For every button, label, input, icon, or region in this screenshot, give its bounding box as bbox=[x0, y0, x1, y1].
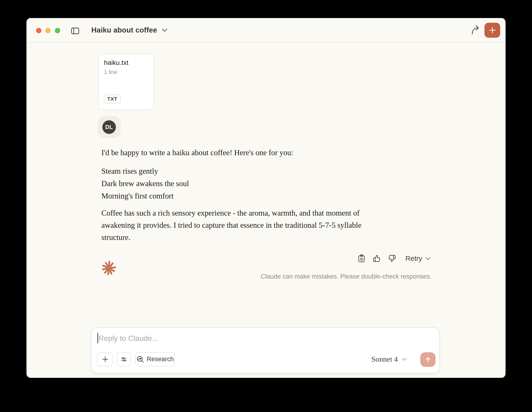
retry-label: Retry bbox=[405, 254, 422, 262]
message-actions: Retry bbox=[358, 253, 431, 264]
copy-icon[interactable] bbox=[358, 255, 365, 262]
attach-button[interactable] bbox=[97, 352, 113, 366]
minimize-window-button[interactable] bbox=[45, 28, 51, 33]
attachment-meta: 1 line bbox=[104, 69, 117, 75]
haiku-block: Steam rises gently Dark brew awakens the… bbox=[101, 165, 406, 202]
screen: Haiku about coffee bbox=[0, 0, 532, 412]
attachment-filename: haiku.txt bbox=[104, 59, 128, 66]
app-window: Haiku about coffee bbox=[27, 18, 505, 378]
outro-line: Coffee has such a rich sensory experienc… bbox=[101, 207, 406, 219]
haiku-line: Dark brew awakens the soul bbox=[101, 178, 406, 190]
zoom-window-button[interactable] bbox=[55, 28, 60, 33]
sidebar-toggle-icon[interactable] bbox=[71, 28, 79, 34]
chevron-down-icon bbox=[426, 257, 431, 260]
disclaimer-text: Claude can make mistakes. Please double-… bbox=[261, 273, 432, 280]
haiku-line: Morning's first comfort bbox=[101, 190, 406, 202]
claude-logo-icon bbox=[102, 261, 117, 276]
titlebar: Haiku about coffee bbox=[27, 18, 505, 43]
new-chat-button[interactable] bbox=[484, 23, 500, 38]
model-name: Sonnet 4 bbox=[371, 355, 398, 364]
sliders-icon bbox=[120, 356, 127, 363]
text-caret bbox=[97, 333, 98, 343]
send-button[interactable] bbox=[420, 352, 436, 367]
plus-icon bbox=[102, 356, 109, 363]
close-window-button[interactable] bbox=[36, 28, 41, 33]
chevron-down-icon bbox=[162, 28, 167, 32]
retry-button[interactable]: Retry bbox=[405, 254, 431, 262]
chevron-down-icon bbox=[402, 358, 407, 361]
research-label: Research bbox=[147, 356, 174, 363]
haiku-line: Steam rises gently bbox=[101, 165, 406, 178]
user-message-tile: DL bbox=[98, 116, 121, 138]
share-icon[interactable] bbox=[470, 25, 481, 35]
avatar: DL bbox=[102, 120, 116, 134]
composer: Reply to Claude... bbox=[91, 327, 440, 373]
message-outro: Coffee has such a rich sensory experienc… bbox=[101, 207, 406, 243]
thumbs-up-icon[interactable] bbox=[373, 255, 380, 262]
conversation-title: Haiku about coffee bbox=[91, 26, 157, 34]
composer-input[interactable]: Reply to Claude... bbox=[99, 334, 380, 343]
outro-line: awakening it provides. I tried to captur… bbox=[101, 219, 406, 231]
assistant-message: I'd be happy to write a haiku about coff… bbox=[101, 147, 406, 243]
research-icon bbox=[136, 355, 144, 363]
arrow-up-icon bbox=[424, 356, 432, 363]
tools-button[interactable] bbox=[117, 352, 131, 366]
conversation-title-dropdown[interactable]: Haiku about coffee bbox=[91, 18, 167, 42]
plus-icon bbox=[489, 27, 496, 34]
message-intro: I'd be happy to write a haiku about coff… bbox=[101, 147, 406, 159]
model-selector[interactable]: Sonnet 4 bbox=[371, 352, 407, 366]
thumbs-down-icon[interactable] bbox=[388, 255, 396, 262]
attachment-card[interactable]: haiku.txt 1 line TXT bbox=[98, 54, 154, 110]
outro-line: structure. bbox=[101, 231, 406, 243]
attachment-type-badge: TXT bbox=[104, 94, 121, 103]
research-button[interactable]: Research bbox=[135, 352, 175, 366]
